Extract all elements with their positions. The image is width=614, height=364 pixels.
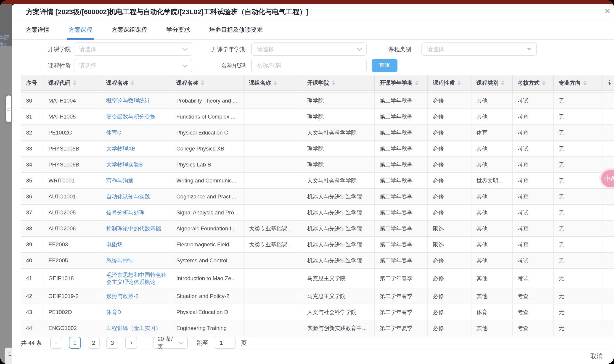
- tab-0[interactable]: 方案详情: [26, 20, 49, 39]
- column-header-1[interactable]: 课程代码: [43, 75, 101, 91]
- tab-4[interactable]: 培养目标及修读要求: [209, 20, 263, 39]
- cell-group: [244, 253, 302, 268]
- page-button-3[interactable]: 3: [106, 337, 118, 349]
- prev-page-button[interactable]: ‹: [50, 337, 62, 349]
- column-header-4[interactable]: 课组名称: [244, 75, 302, 91]
- cell-nature: 限选: [428, 221, 471, 236]
- modal-footer: 取消: [12, 349, 614, 364]
- cell-group: [244, 125, 302, 141]
- course-name-link[interactable]: 自动化认知与实践: [101, 189, 171, 204]
- page-button-2[interactable]: 2: [88, 337, 100, 349]
- cell-category: 体育: [471, 125, 513, 141]
- cell-college: 机器人与先进制造学院: [302, 189, 375, 204]
- course-term-select[interactable]: 请选择: [251, 42, 367, 56]
- column-header-2[interactable]: 课程名称: [101, 75, 171, 91]
- column-header-7[interactable]: 课程性质: [428, 75, 471, 91]
- filter-row-1: 开课学院 请选择 开课学年学期 请选择 课程类别 请选择: [12, 42, 614, 56]
- cell-extra: [603, 269, 614, 288]
- sort-icon[interactable]: [201, 80, 204, 85]
- column-header-6[interactable]: 开课学年学期: [375, 75, 428, 91]
- table-header: 序号课程代码课程名称课程名称课组名称开课学院开课学年学期课程性质课程类别考核方式…: [21, 75, 614, 91]
- course-name-link[interactable]: 形势与政策-2: [101, 288, 171, 304]
- course-name-link[interactable]: 体育C: [101, 125, 171, 141]
- course-name-link[interactable]: 控制理论中的代数基础: [101, 221, 171, 236]
- column-header-0: 序号: [21, 75, 43, 91]
- sort-icon[interactable]: [542, 80, 546, 85]
- cell-category: 其他: [471, 93, 513, 108]
- sort-icon[interactable]: [415, 80, 418, 85]
- tab-1-active[interactable]: 方案课程: [68, 20, 92, 39]
- course-name-link[interactable]: 体育D: [101, 304, 171, 320]
- column-header-5[interactable]: 开课学院: [302, 75, 375, 91]
- course-name-link[interactable]: 毛泽东思想和中国特色社会主义理论体系概论: [101, 269, 171, 288]
- course-college-select[interactable]: 请选择: [74, 42, 192, 56]
- cell-term: 第二学年秋季: [375, 125, 428, 141]
- cell-term: 第二学年春季: [375, 288, 428, 304]
- filter-label-course-nature: 课程性质: [25, 59, 71, 72]
- course-category-select[interactable]: 请选择: [421, 42, 537, 56]
- course-name-link[interactable]: 概率论与数理统计: [101, 93, 171, 108]
- page-size-select[interactable]: 20 条/页: [153, 337, 188, 349]
- cell-no: 44: [21, 320, 43, 336]
- course-name-link[interactable]: 系统与控制: [101, 253, 171, 268]
- sort-icon[interactable]: [73, 80, 76, 85]
- sort-icon[interactable]: [501, 80, 504, 85]
- tab-2[interactable]: 方案课组课程: [111, 20, 147, 39]
- course-name-link[interactable]: 工程训练（金工实习）: [101, 320, 171, 336]
- cell-code: GEIP1019-2: [43, 288, 101, 304]
- column-header-3[interactable]: 课程名称: [171, 75, 244, 91]
- cell-name_en: Writing and Communic...: [171, 173, 244, 188]
- drawer-handle[interactable]: [6, 95, 12, 122]
- cell-code: PHYS1006B: [43, 157, 101, 172]
- table-row-33: 33PHYS1005B大学物理XBCollege Physics XB理学院第二…: [21, 141, 614, 157]
- cell: [513, 91, 554, 92]
- course-name-link[interactable]: 大学物理实验B: [101, 157, 171, 172]
- course-name-link[interactable]: 写作与沟通: [101, 173, 171, 188]
- sort-icon[interactable]: [274, 80, 277, 85]
- cell-group: [244, 304, 302, 320]
- table-row-35: 35WRIT0001写作与沟通Writing and Communic...人文…: [21, 173, 614, 189]
- query-button[interactable]: 查询: [372, 59, 397, 72]
- column-header-8[interactable]: 课程类别: [471, 75, 513, 91]
- next-page-button[interactable]: ›: [125, 337, 137, 349]
- sort-icon[interactable]: [131, 80, 134, 85]
- filter-label-course-term: 开课学年学期: [191, 42, 246, 56]
- table-row-34: 34PHYS1006B大学物理实验BPhysics Lab B理学院第二学年秋季…: [21, 157, 614, 173]
- sort-icon[interactable]: [583, 80, 587, 85]
- course-name-link[interactable]: 电磁场: [101, 237, 171, 252]
- cell-assess: 考查: [513, 189, 554, 204]
- close-icon[interactable]: ×: [604, 5, 610, 16]
- cell-extra: [603, 237, 614, 252]
- cell-extra: [603, 320, 614, 336]
- sort-icon[interactable]: [457, 80, 461, 85]
- table-row-42: 42GEIP1019-2形势与政策-2Situation and Policy-…: [21, 288, 614, 304]
- name-code-input[interactable]: [251, 59, 367, 72]
- column-header-10[interactable]: 专业方向: [554, 75, 603, 91]
- cell-assess: 考试: [513, 141, 554, 156]
- cell-code: PHYS1005B: [43, 141, 101, 156]
- cell-no: 34: [21, 157, 43, 172]
- cell: [21, 91, 43, 92]
- cell-term: 第二学年春季: [375, 205, 428, 220]
- cell-category: 其他: [471, 237, 513, 252]
- course-name-link[interactable]: 信号分析与处理: [101, 205, 171, 220]
- course-name-link[interactable]: 复变函数与积分变换: [101, 109, 171, 124]
- cell-college: 机器人与先进制造学院: [302, 253, 375, 268]
- cell-no: 43: [21, 304, 43, 320]
- cell-category: 世界文明...: [471, 173, 513, 188]
- tab-3[interactable]: 学分要求: [166, 20, 190, 39]
- course-nature-select[interactable]: 请选择: [74, 59, 192, 72]
- cell-term: 第二学年秋季: [375, 173, 428, 188]
- jump-page-input[interactable]: [214, 337, 235, 349]
- cell-nature: 必修: [428, 141, 471, 156]
- cell-extra: [603, 125, 614, 141]
- cancel-button[interactable]: 取消: [590, 352, 602, 360]
- page-button-1[interactable]: 1: [69, 337, 81, 349]
- cell-group: [244, 141, 302, 156]
- column-header-9[interactable]: 考核方式: [513, 75, 554, 91]
- cell-assess: 考试: [513, 253, 554, 268]
- cell-assess: 考试: [513, 93, 554, 108]
- sort-icon[interactable]: [332, 80, 335, 85]
- course-name-link[interactable]: 大学物理XB: [101, 141, 171, 156]
- cell-code: PE1002D: [43, 304, 101, 320]
